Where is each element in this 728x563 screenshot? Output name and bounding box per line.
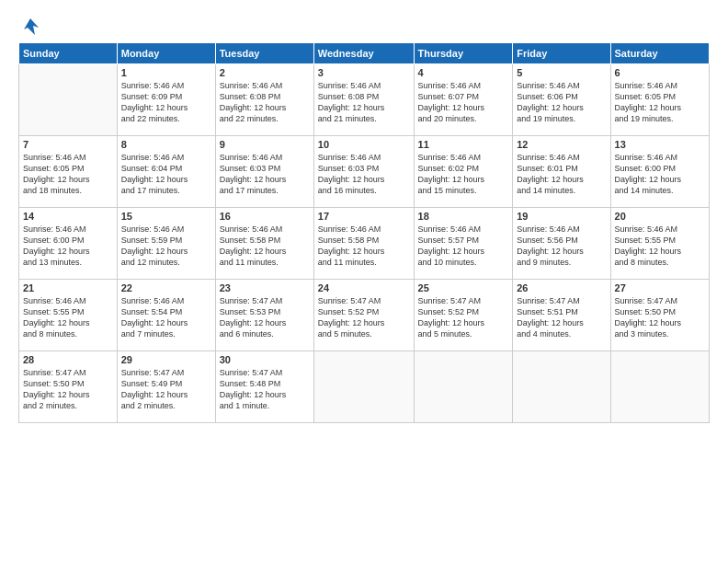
day-number: 8 <box>121 139 211 150</box>
calendar-cell: 18Sunrise: 5:46 AM Sunset: 5:57 PM Dayli… <box>414 208 513 280</box>
calendar-cell: 21Sunrise: 5:46 AM Sunset: 5:55 PM Dayli… <box>19 280 118 351</box>
calendar-cell: 16Sunrise: 5:46 AM Sunset: 5:58 PM Dayli… <box>215 208 313 280</box>
calendar-cell: 8Sunrise: 5:46 AM Sunset: 6:04 PM Daylig… <box>117 136 215 208</box>
day-info: Sunrise: 5:46 AM Sunset: 6:01 PM Dayligh… <box>517 152 606 197</box>
col-header-wednesday: Wednesday <box>313 43 414 64</box>
day-number: 23 <box>220 282 310 293</box>
page: SundayMondayTuesdayWednesdayThursdayFrid… <box>0 0 728 563</box>
day-info: Sunrise: 5:47 AM Sunset: 5:52 PM Dayligh… <box>418 295 509 340</box>
day-info: Sunrise: 5:46 AM Sunset: 6:06 PM Dayligh… <box>517 80 606 125</box>
day-info: Sunrise: 5:46 AM Sunset: 6:04 PM Dayligh… <box>121 152 211 197</box>
calendar-week-row: 7Sunrise: 5:46 AM Sunset: 6:05 PM Daylig… <box>19 136 710 208</box>
calendar-cell: 29Sunrise: 5:47 AM Sunset: 5:49 PM Dayli… <box>117 351 215 423</box>
day-info: Sunrise: 5:46 AM Sunset: 6:07 PM Dayligh… <box>418 80 509 125</box>
day-number: 15 <box>121 211 211 222</box>
day-number: 21 <box>23 282 113 293</box>
day-info: Sunrise: 5:47 AM Sunset: 5:50 PM Dayligh… <box>23 367 113 412</box>
day-number: 14 <box>23 211 113 222</box>
day-info: Sunrise: 5:46 AM Sunset: 5:59 PM Dayligh… <box>121 224 211 269</box>
calendar-cell <box>414 351 513 423</box>
col-header-monday: Monday <box>117 43 215 64</box>
day-number: 30 <box>220 354 310 365</box>
day-info: Sunrise: 5:47 AM Sunset: 5:51 PM Dayligh… <box>517 295 606 340</box>
day-info: Sunrise: 5:46 AM Sunset: 6:09 PM Dayligh… <box>121 80 211 125</box>
day-number: 24 <box>318 282 410 293</box>
calendar-cell: 2Sunrise: 5:46 AM Sunset: 6:08 PM Daylig… <box>215 64 313 136</box>
day-number: 25 <box>418 282 509 293</box>
day-number: 9 <box>220 139 310 150</box>
day-number: 22 <box>121 282 211 293</box>
calendar-cell: 13Sunrise: 5:46 AM Sunset: 6:00 PM Dayli… <box>610 136 709 208</box>
header <box>18 17 710 33</box>
calendar-cell: 23Sunrise: 5:47 AM Sunset: 5:53 PM Dayli… <box>215 280 313 351</box>
calendar-week-row: 14Sunrise: 5:46 AM Sunset: 6:00 PM Dayli… <box>19 208 710 280</box>
calendar-cell: 7Sunrise: 5:46 AM Sunset: 6:05 PM Daylig… <box>19 136 118 208</box>
day-number: 13 <box>615 139 705 150</box>
day-number: 26 <box>517 282 606 293</box>
calendar-cell: 30Sunrise: 5:47 AM Sunset: 5:48 PM Dayli… <box>215 351 313 423</box>
day-number: 5 <box>517 67 606 78</box>
calendar-cell: 5Sunrise: 5:46 AM Sunset: 6:06 PM Daylig… <box>513 64 610 136</box>
day-info: Sunrise: 5:46 AM Sunset: 6:05 PM Dayligh… <box>615 80 705 125</box>
day-number: 18 <box>418 211 509 222</box>
col-header-friday: Friday <box>513 43 610 64</box>
day-info: Sunrise: 5:47 AM Sunset: 5:48 PM Dayligh… <box>220 367 310 412</box>
day-info: Sunrise: 5:46 AM Sunset: 6:02 PM Dayligh… <box>418 152 509 197</box>
calendar-cell: 24Sunrise: 5:47 AM Sunset: 5:52 PM Dayli… <box>313 280 414 351</box>
logo-bird-icon <box>20 17 40 37</box>
day-info: Sunrise: 5:46 AM Sunset: 6:05 PM Dayligh… <box>23 152 113 197</box>
day-number: 2 <box>220 67 310 78</box>
calendar-table: SundayMondayTuesdayWednesdayThursdayFrid… <box>18 42 710 423</box>
calendar-cell: 28Sunrise: 5:47 AM Sunset: 5:50 PM Dayli… <box>19 351 118 423</box>
calendar-cell: 12Sunrise: 5:46 AM Sunset: 6:01 PM Dayli… <box>513 136 610 208</box>
day-info: Sunrise: 5:46 AM Sunset: 5:56 PM Dayligh… <box>517 224 606 269</box>
day-number: 20 <box>615 211 705 222</box>
day-number: 4 <box>418 67 509 78</box>
calendar-cell <box>313 351 414 423</box>
calendar-week-row: 28Sunrise: 5:47 AM Sunset: 5:50 PM Dayli… <box>19 351 710 423</box>
calendar-cell <box>610 351 709 423</box>
calendar-cell: 15Sunrise: 5:46 AM Sunset: 5:59 PM Dayli… <box>117 208 215 280</box>
calendar-cell: 6Sunrise: 5:46 AM Sunset: 6:05 PM Daylig… <box>610 64 709 136</box>
day-info: Sunrise: 5:46 AM Sunset: 6:00 PM Dayligh… <box>23 224 113 269</box>
col-header-sunday: Sunday <box>19 43 118 64</box>
day-info: Sunrise: 5:46 AM Sunset: 5:55 PM Dayligh… <box>23 295 113 340</box>
day-info: Sunrise: 5:46 AM Sunset: 5:57 PM Dayligh… <box>418 224 509 269</box>
day-info: Sunrise: 5:46 AM Sunset: 5:55 PM Dayligh… <box>615 224 705 269</box>
calendar-week-row: 21Sunrise: 5:46 AM Sunset: 5:55 PM Dayli… <box>19 280 710 351</box>
calendar-header-row: SundayMondayTuesdayWednesdayThursdayFrid… <box>19 43 710 64</box>
calendar-cell: 4Sunrise: 5:46 AM Sunset: 6:07 PM Daylig… <box>414 64 513 136</box>
day-info: Sunrise: 5:46 AM Sunset: 5:54 PM Dayligh… <box>121 295 211 340</box>
logo <box>18 17 40 33</box>
calendar-cell <box>19 64 118 136</box>
day-number: 28 <box>23 354 113 365</box>
calendar-cell: 22Sunrise: 5:46 AM Sunset: 5:54 PM Dayli… <box>117 280 215 351</box>
day-number: 7 <box>23 139 113 150</box>
day-info: Sunrise: 5:46 AM Sunset: 6:03 PM Dayligh… <box>318 152 410 197</box>
day-info: Sunrise: 5:46 AM Sunset: 5:58 PM Dayligh… <box>220 224 310 269</box>
day-info: Sunrise: 5:47 AM Sunset: 5:50 PM Dayligh… <box>615 295 705 340</box>
col-header-tuesday: Tuesday <box>215 43 313 64</box>
day-number: 10 <box>318 139 410 150</box>
calendar-cell: 14Sunrise: 5:46 AM Sunset: 6:00 PM Dayli… <box>19 208 118 280</box>
calendar-cell: 20Sunrise: 5:46 AM Sunset: 5:55 PM Dayli… <box>610 208 709 280</box>
day-number: 3 <box>318 67 410 78</box>
day-info: Sunrise: 5:46 AM Sunset: 6:03 PM Dayligh… <box>220 152 310 197</box>
calendar-cell: 9Sunrise: 5:46 AM Sunset: 6:03 PM Daylig… <box>215 136 313 208</box>
calendar-cell: 26Sunrise: 5:47 AM Sunset: 5:51 PM Dayli… <box>513 280 610 351</box>
day-number: 19 <box>517 211 606 222</box>
day-number: 12 <box>517 139 606 150</box>
calendar-cell <box>513 351 610 423</box>
day-number: 29 <box>121 354 211 365</box>
calendar-week-row: 1Sunrise: 5:46 AM Sunset: 6:09 PM Daylig… <box>19 64 710 136</box>
day-number: 11 <box>418 139 509 150</box>
day-info: Sunrise: 5:46 AM Sunset: 6:00 PM Dayligh… <box>615 152 705 197</box>
col-header-thursday: Thursday <box>414 43 513 64</box>
day-number: 6 <box>615 67 705 78</box>
day-number: 17 <box>318 211 410 222</box>
calendar-cell: 10Sunrise: 5:46 AM Sunset: 6:03 PM Dayli… <box>313 136 414 208</box>
day-info: Sunrise: 5:46 AM Sunset: 6:08 PM Dayligh… <box>220 80 310 125</box>
day-info: Sunrise: 5:47 AM Sunset: 5:52 PM Dayligh… <box>318 295 410 340</box>
calendar-cell: 17Sunrise: 5:46 AM Sunset: 5:58 PM Dayli… <box>313 208 414 280</box>
calendar-cell: 19Sunrise: 5:46 AM Sunset: 5:56 PM Dayli… <box>513 208 610 280</box>
